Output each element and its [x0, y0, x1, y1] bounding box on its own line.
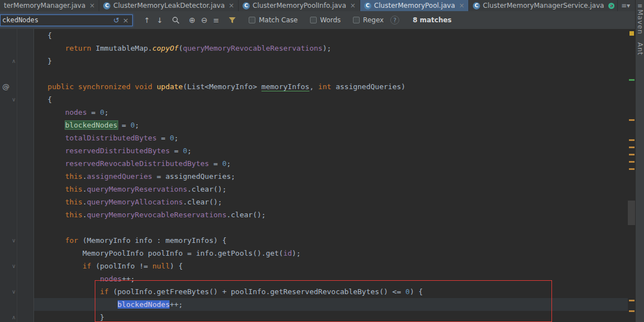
code-token: .clear();: [187, 185, 226, 193]
tool-window-button-maven[interactable]: Maven: [636, 9, 644, 35]
editor-tab[interactable]: CClusterMemoryPoolInfo.java×: [239, 0, 360, 11]
code-line: {: [30, 29, 423, 42]
gutter-fold-line: [17, 29, 17, 322]
editor-tab[interactable]: terMemoryManager.java×: [0, 0, 99, 11]
stripe-mark[interactable]: [629, 300, 635, 301]
find-all-icon[interactable]: [172, 16, 180, 25]
tabbar-actions: ≡▾: [608, 0, 636, 11]
code-token: }: [30, 313, 104, 321]
tab-list-icon[interactable]: ≡▾: [621, 2, 630, 9]
code-token: ;: [187, 147, 192, 155]
code-token: nodes: [100, 275, 122, 283]
clear-search-icon[interactable]: ×: [122, 16, 132, 25]
tab-close-icon[interactable]: ×: [229, 2, 234, 9]
code-area[interactable]: { return ImmutableMap.copyOf(queryMemory…: [30, 29, 423, 322]
code-token: .clear();: [183, 198, 222, 206]
match-case-option[interactable]: Match Case: [249, 16, 298, 24]
code-token: queryMemoryRevocableReservations: [183, 44, 322, 52]
regex-option[interactable]: Regex: [353, 16, 384, 24]
code-token: [30, 300, 118, 309]
regex-checkbox[interactable]: [353, 17, 360, 23]
fold-marker-icon[interactable]: ∧: [12, 57, 16, 66]
words-label: Words: [320, 16, 341, 24]
next-occurrence-button[interactable]: ↓: [157, 17, 163, 24]
stripe-mark[interactable]: [629, 79, 635, 81]
fold-marker-icon[interactable]: ∧: [12, 313, 16, 322]
fold-marker-icon[interactable]: ∨: [12, 236, 16, 245]
code-line: }: [30, 55, 423, 67]
add-selection-icon[interactable]: ⊕: [189, 16, 196, 24]
stripe-mark[interactable]: [629, 310, 635, 312]
fold-marker-icon[interactable]: ∨: [12, 287, 16, 296]
code-line: blockedNodes++;: [30, 298, 423, 311]
code-token: reservedDistributedBytes: [65, 147, 170, 155]
scrollbar-thumb[interactable]: [628, 201, 636, 225]
tab-close-icon[interactable]: ×: [459, 2, 464, 9]
editor-tab[interactable]: CClusterMemoryManagerService.java×: [469, 0, 618, 11]
code-token: queryMemoryReservations: [87, 185, 187, 193]
tab-close-icon[interactable]: ×: [89, 2, 95, 9]
tool-window-button-ant[interactable]: Ant: [636, 42, 644, 56]
code-token: 0: [183, 147, 187, 155]
error-stripe[interactable]: [628, 29, 636, 322]
tab-label: ClusterMemoryLeakDetector.java: [113, 2, 225, 9]
select-all-occurrences-icon[interactable]: ≡: [213, 17, 219, 24]
tab-label: ClusterMemoryManagerService.java: [483, 2, 604, 9]
editor-tab[interactable]: CClusterMemoryPool.java×: [360, 0, 469, 11]
toolbar-menu-icon[interactable]: ≡: [637, 2, 642, 9]
code-token: 0: [130, 121, 135, 129]
right-toolbar: ≡ MavenAnt: [635, 0, 644, 322]
code-token: (: [178, 44, 183, 52]
status-circle-icon[interactable]: [608, 3, 614, 9]
stripe-mark[interactable]: [629, 168, 635, 170]
code-token: update: [157, 82, 183, 91]
code-line: MemoryPoolInfo poolInfo = info.getPools(…: [30, 247, 423, 260]
editor-tab[interactable]: CClusterMemoryLeakDetector.java×: [99, 0, 239, 11]
search-input[interactable]: ckedNodes ↺ ×: [0, 14, 133, 26]
stripe-mark[interactable]: [629, 139, 635, 141]
tab-label: ClusterMemoryPoolInfo.java: [253, 2, 346, 9]
code-token: queryMemoryAllocations: [87, 198, 183, 206]
help-icon[interactable]: ?: [390, 16, 399, 25]
code-token: [152, 82, 157, 91]
code-token: ;: [226, 159, 231, 168]
code-token: =: [209, 159, 222, 168]
code-token: [30, 185, 65, 193]
stripe-mark[interactable]: [629, 147, 635, 148]
words-checkbox[interactable]: [310, 17, 317, 23]
remove-selection-icon[interactable]: ⊖: [201, 16, 208, 24]
code-token: ++;: [122, 275, 134, 283]
code-token: .: [83, 172, 87, 180]
tab-label: ClusterMemoryPool.java: [374, 2, 455, 9]
code-token: [30, 134, 65, 142]
editor-tabs: terMemoryManager.java×CClusterMemoryLeak…: [0, 0, 608, 11]
code-line: }: [30, 311, 423, 322]
code-token: blockedNodes: [65, 121, 118, 129]
code-token: public synchronized void: [47, 82, 152, 91]
fold-marker-icon[interactable]: ∨: [12, 262, 16, 271]
code-token: {: [30, 31, 52, 40]
stripe-mark[interactable]: [629, 154, 635, 155]
code-token: [30, 121, 65, 129]
filter-icon[interactable]: [228, 16, 236, 24]
match-case-checkbox[interactable]: [249, 17, 255, 23]
code-token: this: [65, 198, 83, 206]
code-token: [30, 147, 65, 155]
stripe-mark[interactable]: [629, 119, 635, 121]
java-class-icon: C: [243, 2, 250, 9]
code-line: reservedDistributedBytes = 0;: [30, 144, 423, 157]
stripe-mark[interactable]: [629, 161, 635, 163]
code-token: (List<MemoryInfo>: [183, 82, 262, 91]
prev-occurrence-button[interactable]: ↑: [144, 17, 150, 24]
java-class-icon: C: [473, 2, 480, 9]
tab-close-icon[interactable]: ×: [350, 2, 356, 9]
code-token: int: [318, 82, 331, 91]
code-line: this.queryMemoryRevocableReservations.cl…: [30, 208, 423, 221]
java-class-icon: C: [364, 2, 371, 9]
fold-marker-icon[interactable]: ∨: [12, 95, 16, 104]
search-history-icon[interactable]: ↺: [111, 16, 122, 25]
words-option[interactable]: Words: [310, 16, 341, 24]
editor[interactable]: @ ∧∨∨∨∨∧ { return ImmutableMap.copyOf(qu…: [0, 29, 636, 322]
inspection-indicator[interactable]: [630, 31, 634, 36]
code-token: if: [100, 287, 109, 296]
